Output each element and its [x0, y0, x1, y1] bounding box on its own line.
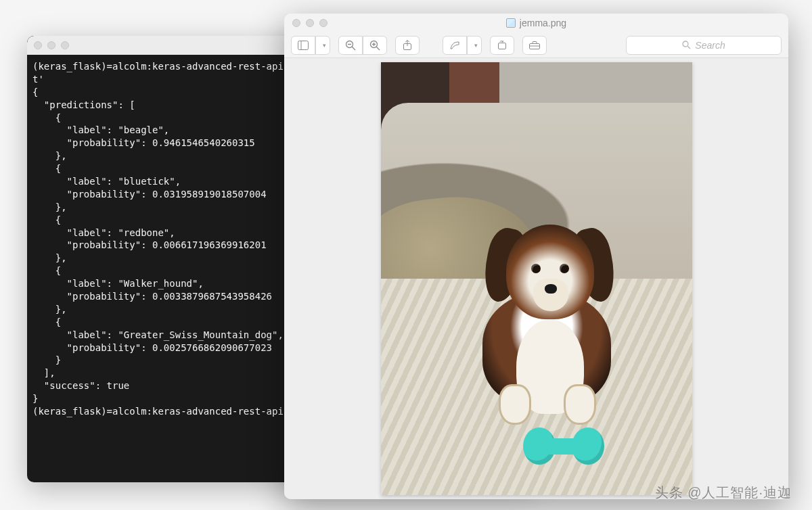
- minimize-icon[interactable]: [47, 41, 55, 49]
- dog-beagle-illustration: [469, 204, 625, 427]
- search-input[interactable]: Search: [626, 36, 782, 55]
- close-icon[interactable]: [34, 41, 42, 49]
- sidebar-toggle-button[interactable]: [291, 36, 315, 55]
- share-button[interactable]: [395, 36, 420, 55]
- image-viewport[interactable]: [284, 58, 788, 499]
- svg-rect-13: [533, 41, 537, 43]
- svg-line-6: [376, 47, 380, 50]
- svg-line-3: [352, 47, 355, 50]
- svg-rect-11: [499, 43, 506, 49]
- preview-titlebar[interactable]: jemma.png: [284, 14, 788, 32]
- toolbox-button[interactable]: [522, 36, 547, 55]
- close-icon[interactable]: [292, 19, 300, 27]
- preview-window: jemma.png: [284, 14, 788, 499]
- photo-jemma: [381, 62, 692, 495]
- markup-menu[interactable]: [467, 36, 482, 55]
- svg-point-15: [683, 41, 688, 47]
- watermark-text: 头条 @人工智能·迪迦: [655, 484, 792, 502]
- preview-traffic-lights: [292, 19, 328, 27]
- svg-rect-0: [298, 41, 309, 49]
- terminal-traffic-lights: [34, 41, 69, 49]
- search-placeholder: Search: [695, 40, 725, 51]
- sidebar-toggle-menu[interactable]: [315, 36, 330, 55]
- rotate-button[interactable]: [490, 36, 514, 55]
- zoom-in-button[interactable]: [363, 36, 387, 55]
- image-file-icon: [506, 18, 516, 28]
- toy-bone: [523, 427, 604, 465]
- search-icon: [682, 41, 691, 49]
- window-title-text: jemma.png: [520, 18, 566, 28]
- zoom-out-button[interactable]: [338, 36, 363, 55]
- minimize-icon[interactable]: [306, 19, 314, 27]
- zoom-icon[interactable]: [61, 41, 69, 49]
- svg-line-16: [688, 46, 691, 49]
- markup-button[interactable]: [443, 36, 467, 55]
- window-title: jemma.png: [506, 18, 566, 28]
- zoom-icon[interactable]: [319, 19, 328, 27]
- preview-toolbar: Search: [284, 32, 788, 58]
